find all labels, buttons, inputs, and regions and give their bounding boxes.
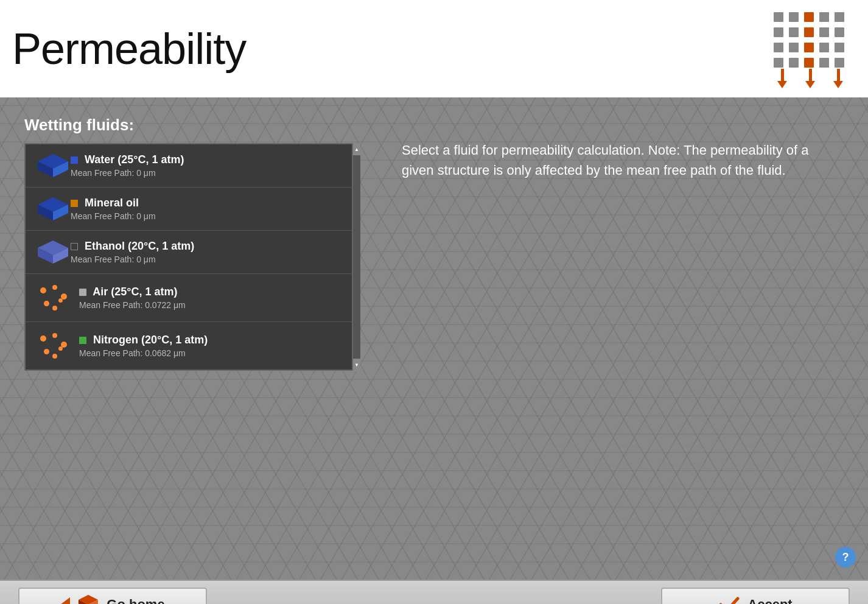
ethanol-icon <box>35 239 71 265</box>
water-info: Water (25°C, 1 atm) Mean Free Path: 0 μm <box>71 153 342 178</box>
left-panel: Wetting fluids: Water <box>24 116 377 371</box>
home-icon <box>77 594 99 604</box>
mineral-oil-icon <box>35 196 71 222</box>
main-area: Wetting fluids: Water <box>0 97 868 580</box>
checkmark-icon <box>718 594 740 604</box>
air-mfp: Mean Free Path: 0.0722 μm <box>79 300 342 310</box>
fluid-item-air[interactable]: Air (25°C, 1 atm) Mean Free Path: 0.0722… <box>26 274 352 322</box>
fluid-item-nitrogen[interactable]: Nitrogen (20°C, 1 atm) Mean Free Path: 0… <box>26 322 352 370</box>
accept-button[interactable]: Accept <box>661 588 850 604</box>
list-scrollbar[interactable]: ▲ ▼ <box>353 143 360 371</box>
ethanol-info: Ethanol (20°C, 1 atm) Mean Free Path: 0 … <box>71 240 342 264</box>
go-home-button[interactable]: Go home <box>18 588 207 604</box>
nitrogen-icon <box>35 331 71 361</box>
help-button[interactable]: ? <box>835 547 856 567</box>
fluid-item-water[interactable]: Water (25°C, 1 atm) Mean Free Path: 0 μm <box>26 144 352 188</box>
fluid-item-mineral-oil[interactable]: Mineral oil Mean Free Path: 0 μm <box>26 188 352 231</box>
mineral-oil-name: Mineral oil <box>71 197 342 209</box>
air-icon <box>35 283 71 313</box>
arrow-left-icon <box>60 597 70 604</box>
page-title: Permeability <box>12 24 246 74</box>
water-dot <box>71 156 78 164</box>
air-info: Air (25°C, 1 atm) Mean Free Path: 0.0722… <box>79 286 342 310</box>
scrollbar-up[interactable]: ▲ <box>353 143 360 155</box>
section-title: Wetting fluids: <box>24 116 377 135</box>
permeability-header-icon <box>771 9 850 88</box>
air-name: Air (25°C, 1 atm) <box>79 286 342 298</box>
air-dot <box>79 289 86 296</box>
right-panel: Select a fluid for permeability calculat… <box>402 116 844 371</box>
mineral-oil-mfp: Mean Free Path: 0 μm <box>71 211 342 221</box>
fluid-list-wrapper: Water (25°C, 1 atm) Mean Free Path: 0 μm <box>24 143 377 371</box>
nitrogen-dot <box>79 337 86 344</box>
water-name: Water (25°C, 1 atm) <box>71 153 342 166</box>
ethanol-dot <box>71 243 78 250</box>
fluid-item-ethanol[interactable]: Ethanol (20°C, 1 atm) Mean Free Path: 0 … <box>26 231 352 274</box>
nitrogen-mfp: Mean Free Path: 0.0682 μm <box>79 348 342 358</box>
fluid-list: Water (25°C, 1 atm) Mean Free Path: 0 μm <box>24 143 353 371</box>
accept-label: Accept <box>747 597 792 604</box>
ethanol-mfp: Mean Free Path: 0 μm <box>71 255 342 264</box>
scrollbar-down[interactable]: ▼ <box>353 359 360 371</box>
mineral-oil-dot <box>71 200 78 207</box>
mineral-oil-info: Mineral oil Mean Free Path: 0 μm <box>71 197 342 221</box>
ethanol-name: Ethanol (20°C, 1 atm) <box>71 240 342 253</box>
description-text: Select a fluid for permeability calculat… <box>402 140 844 180</box>
go-home-label: Go home <box>107 597 164 604</box>
footer: Go home Accept <box>0 580 868 604</box>
water-mfp: Mean Free Path: 0 μm <box>71 168 342 178</box>
nitrogen-info: Nitrogen (20°C, 1 atm) Mean Free Path: 0… <box>79 334 342 358</box>
nitrogen-name: Nitrogen (20°C, 1 atm) <box>79 334 342 346</box>
header: Permeability <box>0 0 868 97</box>
water-icon <box>35 153 71 178</box>
